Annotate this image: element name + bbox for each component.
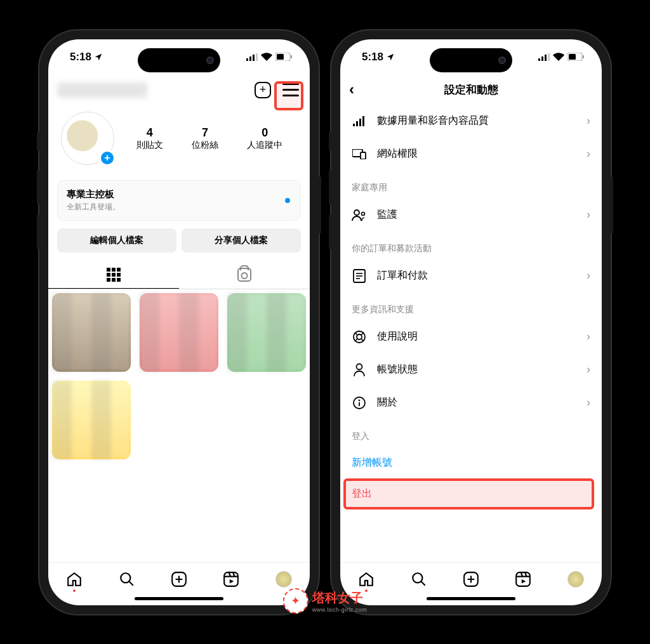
dynamic-island [138,48,220,72]
svg-rect-26 [362,116,364,126]
svg-point-30 [362,212,365,215]
share-profile-button[interactable]: 分享個人檔案 [182,228,301,253]
watermark-icon: ✦ [283,588,308,614]
signal-bars-icon [352,114,367,129]
receipt-icon [352,268,367,284]
devices-icon [352,147,367,162]
notification-dot [285,198,290,203]
info-icon [352,395,367,411]
people-icon [352,207,367,223]
chevron-right-icon: › [587,269,590,282]
svg-rect-5 [277,54,284,60]
nav-profile[interactable] [275,570,293,588]
svg-point-29 [354,210,359,215]
chevron-right-icon: › [587,396,590,409]
stat-followers[interactable]: 7 位粉絲 [192,126,218,151]
back-button[interactable]: ‹ [349,81,354,98]
bottom-nav [340,562,602,593]
nav-home[interactable] [65,570,83,588]
row-website[interactable]: 網站權限 › [340,138,602,171]
svg-point-43 [359,399,361,401]
signal-icon [538,53,550,61]
create-button[interactable]: + [253,80,273,100]
wifi-icon [261,53,272,61]
svg-rect-2 [253,55,255,61]
svg-rect-1 [249,56,251,61]
username-redacted[interactable] [57,82,147,98]
avatar[interactable]: + [61,112,116,166]
row-supervision[interactable]: 監護 › [340,199,602,232]
row-account-status[interactable]: 帳號狀態 › [340,353,602,386]
nav-search[interactable] [410,570,428,588]
nav-create[interactable] [462,570,480,588]
post-thumbnail[interactable] [48,377,135,463]
svg-rect-19 [548,53,550,61]
chevron-right-icon: › [587,330,590,343]
section-orders: 你的訂單和募款活動 [340,232,602,260]
svg-rect-28 [361,152,366,159]
row-about[interactable]: 關於 › [340,386,602,419]
nav-search[interactable] [118,570,136,588]
svg-point-7 [121,573,130,582]
svg-rect-18 [545,55,547,61]
nav-profile[interactable] [567,570,585,588]
chevron-right-icon: › [587,147,590,161]
menu-button[interactable] [281,80,301,100]
svg-point-36 [357,334,362,339]
svg-rect-50 [517,572,531,586]
watermark: ✦ 塔科女子 www.tech-girlz.com [283,588,368,614]
battery-icon [275,53,292,61]
svg-rect-24 [356,121,358,126]
add-account-link[interactable]: 新增帳號 [340,447,602,478]
section-login: 登入 [340,419,602,447]
screen-settings: 5:18 ‹ 設定和動態 數據用量和影音內容品質 › 網站權限 › [340,39,602,605]
nav-create[interactable] [170,570,188,588]
tab-tagged[interactable] [179,261,310,289]
location-icon [386,53,395,62]
watermark-title: 塔科女子 [312,589,368,607]
wifi-icon [553,53,564,61]
logout-link[interactable]: 登出 [340,478,602,509]
highlight-logout [343,478,594,509]
settings-title: 設定和動態 [444,82,498,97]
svg-rect-17 [541,56,543,61]
add-story-icon[interactable]: + [99,150,116,166]
post-thumbnail[interactable] [48,289,135,376]
status-time: 5:18 [362,51,383,63]
svg-line-46 [421,581,425,586]
nav-reels[interactable] [222,570,240,588]
status-time: 5:18 [70,51,91,63]
nav-reels[interactable] [514,570,532,588]
watermark-url: www.tech-girlz.com [312,607,368,613]
section-more: 更多資訊和支援 [340,292,602,320]
grid-icon [107,268,121,282]
row-help[interactable]: 使用說明 › [340,320,602,353]
chevron-right-icon: › [587,363,590,376]
post-thumbnail[interactable] [223,289,310,376]
post-thumbnail[interactable] [136,289,222,376]
section-family: 家庭專用 [340,171,602,199]
person-icon [352,362,367,378]
svg-rect-25 [359,119,361,126]
svg-line-8 [129,581,133,586]
post-grid [48,289,310,463]
home-indicator[interactable] [135,597,223,600]
nav-home[interactable] [357,570,375,588]
stat-following[interactable]: 0 人追蹤中 [247,126,282,151]
bottom-nav [48,562,310,593]
row-data-quality[interactable]: 數據用量和影音內容品質 › [340,105,602,138]
row-orders[interactable]: 訂單和付款 › [340,260,602,292]
stat-posts[interactable]: 4 則貼文 [136,126,163,151]
tab-grid[interactable] [48,261,179,289]
svg-rect-23 [353,124,355,126]
svg-point-45 [413,573,422,582]
dashboard-card[interactable]: 專業主控板 全新工具登場。 [57,180,301,221]
svg-rect-0 [246,58,248,61]
svg-point-41 [357,364,362,369]
battery-icon [567,53,584,61]
svg-rect-6 [291,55,292,58]
svg-rect-3 [256,53,258,61]
home-indicator[interactable] [427,597,515,600]
edit-profile-button[interactable]: 編輯個人檔案 [57,228,176,253]
location-icon [94,53,103,62]
